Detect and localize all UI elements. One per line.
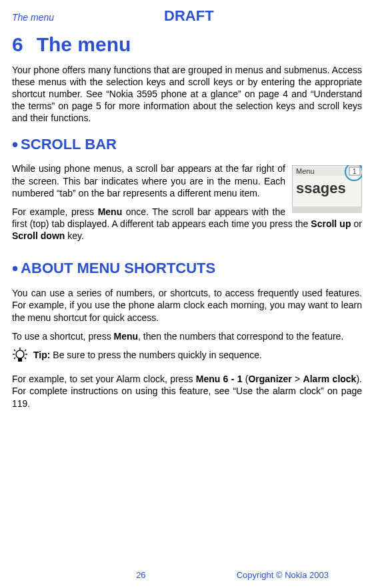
phone-tab-number: 1 [353,168,357,175]
menu-shortcut-label: Menu 6 - 1 [196,374,243,384]
phone-screen-image: Menu 1 ssages [292,165,362,213]
text-fragment: For example, to set your Alarm clock, pr… [12,374,196,384]
chapter-number: 6 [12,33,23,55]
tip-body: Be sure to press the numbers quickly in … [50,350,262,360]
shortcuts-heading-text: ABOUT MENU SHORTCUTS [21,260,215,276]
tip-row: Tip: Be sure to press the numbers quickl… [12,349,362,368]
shortcuts-p2: To use a shortcut, press Menu, then the … [12,330,362,342]
text-fragment: > [292,374,303,384]
svg-rect-5 [18,358,22,362]
organizer-label: Organizer [248,374,291,384]
tip-text: Tip: Be sure to press the numbers quickl… [33,349,262,361]
scroll-up-key-label: Scroll up [311,218,351,229]
svg-line-12 [25,358,26,359]
text-fragment: or [351,218,362,229]
copyright-text: Copyright © Nokia 2003 [237,570,329,581]
text-fragment: key. [65,230,84,241]
bullet-icon: • [12,258,18,278]
draft-label: DRAFT [164,7,214,26]
header-section-label: The menu [12,11,54,23]
shortcuts-p1: You can use a series of numbers, or shor… [12,287,362,324]
alarm-clock-label: Alarm clock [303,374,357,384]
phone-screenshot: Menu 1 ssages [292,165,362,213]
svg-point-4 [16,350,24,358]
page-footer: 26 Copyright © Nokia 2003 [0,570,374,581]
text-fragment: To use a shortcut, press [12,331,114,342]
chapter-title: 6The menu [12,31,362,57]
lightbulb-icon [12,348,28,368]
bullet-icon: • [12,135,18,154]
intro-paragraph: Your phone offers many functions that ar… [12,64,362,125]
text-fragment: For example, press [12,206,98,217]
svg-line-11 [14,358,15,359]
shortcuts-p3: For example, to set your Alarm clock, pr… [12,373,362,410]
scroll-bar-heading-text: SCROLL BAR [21,135,117,152]
phone-body-text: ssages [296,180,346,196]
text-fragment: ). [356,374,362,384]
phone-menu-label: Menu [296,167,315,175]
shortcuts-heading: •ABOUT MENU SHORTCUTS [12,258,362,280]
text-fragment: For complete instructions on using this … [12,386,362,408]
svg-line-8 [25,350,26,351]
text-fragment: , then the numbers that correspond to th… [138,331,343,342]
scroll-bar-heading: •SCROLL BAR [12,134,362,156]
chapter-name: The menu [37,33,131,55]
scroll-down-key-label: Scroll down [12,230,65,241]
svg-rect-3 [292,206,362,213]
tip-label: Tip: [33,350,50,360]
menu-key-label: Menu [98,206,123,217]
svg-line-7 [14,350,15,351]
page-number: 26 [136,570,145,581]
menu-key-label: Menu [114,331,139,342]
